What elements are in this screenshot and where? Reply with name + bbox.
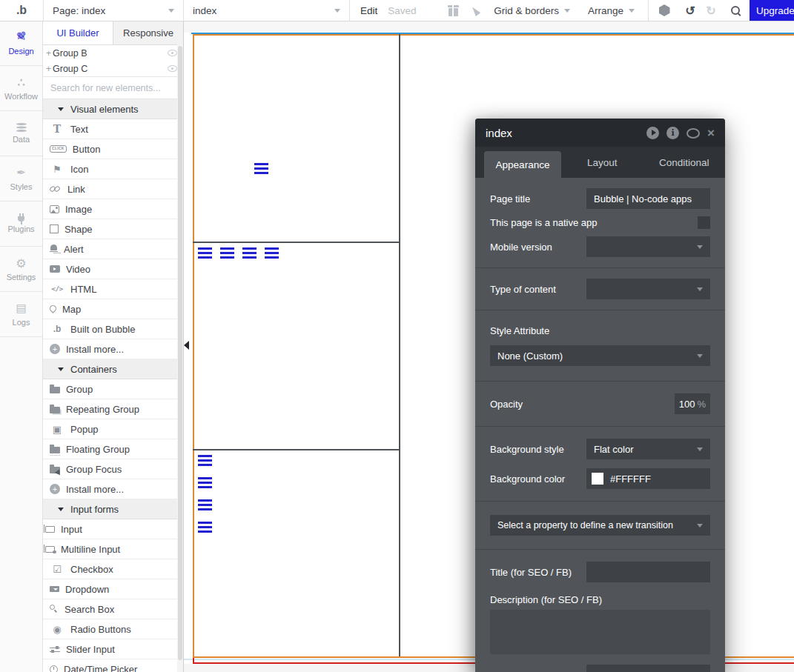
palette-item-map[interactable]: Map	[43, 299, 183, 319]
palette-item-shape[interactable]: Shape	[43, 219, 183, 239]
tab-responsive[interactable]: Responsive	[113, 21, 183, 44]
expand-icon[interactable]: +	[46, 64, 51, 74]
section-header-containers[interactable]: Containers	[43, 359, 183, 379]
hamburger-menu-icon[interactable]	[220, 247, 234, 259]
seo-title-input[interactable]	[586, 562, 710, 582]
expand-icon[interactable]: +	[46, 48, 51, 59]
eye-icon[interactable]	[168, 65, 177, 72]
page-title-input[interactable]	[586, 188, 710, 209]
redo-button[interactable]: ↻	[701, 0, 721, 21]
property-inspector: index i × Appearance Layout Conditional …	[475, 119, 725, 672]
checkbox-icon	[50, 565, 64, 574]
element-search-input[interactable]	[43, 77, 183, 99]
style-attribute-dropdown[interactable]: None (Custom)	[490, 345, 710, 366]
section-header-visual-elements[interactable]: Visual elements	[43, 99, 183, 119]
section-header-input-forms[interactable]: Input forms	[43, 499, 183, 519]
native-app-checkbox[interactable]	[698, 216, 710, 229]
background-style-dropdown[interactable]: Flat color	[586, 439, 710, 459]
components-button[interactable]	[649, 0, 680, 21]
hamburger-menu-icon[interactable]	[198, 477, 212, 488]
arrange-menu[interactable]: Arrange	[579, 0, 644, 21]
inspector-header[interactable]: index i ×	[475, 119, 725, 147]
info-icon[interactable]: i	[666, 127, 679, 139]
hamburger-menu-icon[interactable]	[254, 163, 268, 174]
search-icon	[730, 5, 741, 16]
tab-appearance[interactable]: Appearance	[484, 151, 561, 178]
element-selector[interactable]: index	[184, 0, 350, 21]
palette-item-date-time-picker[interactable]: Date/Time Picker	[43, 659, 183, 672]
close-icon[interactable]: ×	[707, 127, 715, 139]
hamburger-menu-icon[interactable]	[242, 247, 257, 259]
selection-border-top	[193, 34, 794, 36]
partially-visible-input[interactable]	[586, 665, 710, 672]
upgrade-button[interactable]: Upgrade	[750, 0, 794, 21]
tab-ui-builder[interactable]: UI Builder	[43, 21, 113, 44]
mobile-version-dropdown[interactable]	[586, 236, 710, 257]
tab-conditional[interactable]: Conditional	[644, 147, 726, 178]
rail-item-plugins[interactable]: Plugins	[0, 202, 42, 247]
palette-item-group-focus[interactable]: Group Focus	[43, 459, 183, 479]
workflow-icon	[17, 76, 24, 89]
palette-item-input[interactable]: Input	[43, 519, 183, 539]
element-search	[43, 76, 183, 99]
collapse-panel-arrow[interactable]	[184, 341, 189, 350]
hamburger-menu-icon[interactable]	[198, 455, 212, 466]
background-color-swatch[interactable]	[592, 473, 603, 485]
components-icon	[659, 4, 670, 16]
palette-item-html[interactable]: </>HTML	[43, 279, 183, 299]
hamburger-menu-icon[interactable]	[198, 522, 212, 533]
eye-icon[interactable]	[168, 50, 177, 56]
palette-item-multiline-input[interactable]: Multiline Input	[43, 539, 183, 559]
background-color-input[interactable]: #FFFFFF	[586, 468, 710, 489]
palette-item-image[interactable]: Image	[43, 199, 183, 219]
topbar: .b Page: index index Edit Saved Grid & b…	[0, 0, 794, 21]
palette-item-link[interactable]: Link	[43, 179, 183, 199]
palette-item-install-more[interactable]: +Install more...	[43, 339, 183, 359]
palette-item-repeating-group[interactable]: Repeating Group	[43, 399, 183, 419]
palette-item-radio-buttons[interactable]: ◉Radio Buttons	[43, 619, 183, 639]
rail-item-data[interactable]: Data	[0, 111, 42, 156]
search-button[interactable]	[721, 0, 750, 21]
palette-item-video[interactable]: Video	[43, 259, 183, 279]
play-icon[interactable]	[646, 127, 659, 139]
palette-item-button[interactable]: CLICKButton	[43, 139, 183, 159]
layer-row-group-b[interactable]: +Group B	[43, 45, 183, 61]
palette-item-text[interactable]: TText	[43, 119, 183, 139]
palette-item-built-on-bubble[interactable]: .bBuilt on Bubble	[43, 319, 183, 339]
palette-scrollbar[interactable]	[177, 44, 183, 672]
tab-layout[interactable]: Layout	[561, 147, 644, 178]
layer-row-group-c[interactable]: +Group C	[43, 61, 183, 76]
edit-menu[interactable]: Edit	[360, 5, 377, 16]
palette-item-popup[interactable]: Popup	[43, 419, 183, 439]
seo-description-textarea[interactable]	[490, 610, 710, 654]
hamburger-menu-icon[interactable]	[265, 247, 279, 259]
palette-item-dropdown[interactable]: Dropdown	[43, 579, 183, 599]
rail-item-styles[interactable]: Styles	[0, 156, 42, 202]
gift-button[interactable]	[440, 0, 466, 21]
rail-item-workflow[interactable]: Workflow	[0, 66, 42, 111]
opacity-input[interactable]: 100 %	[675, 393, 710, 414]
type-of-content-dropdown[interactable]	[586, 279, 710, 299]
transition-dropdown[interactable]: Select a property to define a new transi…	[490, 515, 710, 536]
palette-item-search-box[interactable]: Search Box	[43, 599, 183, 619]
palette-item-install-more[interactable]: +Install more...	[43, 479, 183, 499]
hamburger-menu-icon[interactable]	[198, 499, 212, 510]
rail-item-settings[interactable]: Settings	[0, 247, 42, 292]
palette-item-group[interactable]: Group	[43, 379, 183, 399]
palette-item-floating-group[interactable]: Floating Group	[43, 439, 183, 459]
palette-item-slider-input[interactable]: Slider Input	[43, 639, 183, 659]
palette-scrollbar-thumb[interactable]	[178, 46, 182, 660]
palette-item-alert[interactable]: Alert	[43, 239, 183, 259]
bubble-app-logo[interactable]: .b	[0, 4, 43, 17]
comment-icon[interactable]	[687, 128, 700, 139]
palette-item-checkbox[interactable]: Checkbox	[43, 559, 183, 579]
radio-icon: ◉	[50, 625, 64, 634]
page-selector[interactable]: Page: index	[43, 0, 184, 21]
grid-borders-menu[interactable]: Grid & borders	[485, 0, 579, 21]
rail-item-logs[interactable]: Logs	[0, 292, 42, 337]
undo-button[interactable]: ↺	[680, 0, 701, 21]
hamburger-menu-icon[interactable]	[198, 247, 212, 259]
palette-item-icon[interactable]: Icon	[43, 159, 183, 179]
pointer-tool-button[interactable]	[466, 0, 485, 21]
rail-item-design[interactable]: Design	[0, 21, 42, 66]
